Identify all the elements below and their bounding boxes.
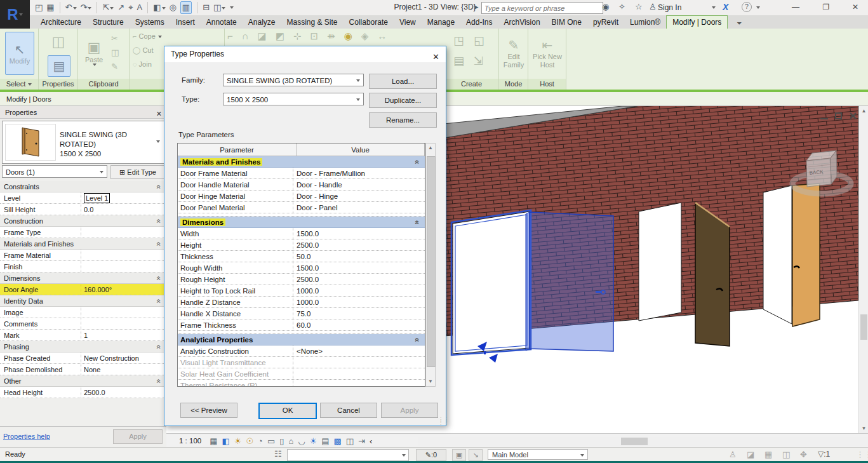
type-combo[interactable]: 1500 X 2500 — [223, 93, 364, 105]
select-panel-label[interactable]: Select — [0, 79, 38, 90]
scroll-down-icon[interactable]: ▼ — [859, 424, 868, 433]
temporary-hide-isolate-icon[interactable]: ◡ — [298, 436, 305, 446]
select-by-face-icon[interactable]: ◫ — [782, 450, 790, 459]
selected-door-panel[interactable] — [526, 212, 613, 351]
param-row-thickness[interactable]: Thickness50.0 — [178, 251, 425, 262]
scroll-up-icon[interactable]: ▲ — [426, 144, 435, 152]
param-row-analytic-construction[interactable]: Analytic Construction<None> — [178, 346, 425, 357]
rename-button[interactable]: Rename... — [369, 112, 437, 128]
align-icon[interactable]: ⊹ — [293, 30, 302, 42]
section-materials-finishes[interactable]: Materials and Finishes« — [178, 156, 425, 168]
tab-structure[interactable]: Structure — [87, 16, 130, 29]
property-row-sill-height[interactable]: Sill Height0.0 — [0, 204, 166, 215]
scroll-up-icon[interactable]: ▲ — [859, 106, 868, 116]
unlocked-view-icon[interactable]: ⌂ — [288, 436, 293, 446]
edit-family-button[interactable]: ✎ Edit Family — [500, 31, 527, 76]
communication-center-icon[interactable]: ✧ — [618, 2, 625, 11]
section-construction[interactable]: Construction« — [0, 215, 166, 227]
app-menu-button[interactable]: R — [0, 0, 30, 29]
exclude-options-icon[interactable]: ↘ — [469, 449, 483, 461]
tab-lumion[interactable]: Lumion® — [624, 16, 666, 29]
paste-button[interactable]: ▣ Paste — [83, 32, 105, 73]
restore-button[interactable]: ❐ — [817, 1, 836, 13]
preview-button[interactable]: << Preview — [180, 403, 237, 418]
param-row-door-panel-material[interactable]: Door Panel MaterialDoor - Panel — [178, 202, 425, 213]
cope-button[interactable]: ⌐ Cope — [133, 32, 162, 40]
sign-in-button[interactable]: Sign In — [658, 3, 681, 12]
section-identity-data[interactable]: Identity Data« — [0, 295, 166, 307]
section-constraints[interactable]: Constraints« — [0, 181, 166, 192]
column-header-parameter[interactable]: Parameter — [178, 144, 297, 156]
copy-icon[interactable]: ◫ — [111, 48, 119, 57]
chevron-down-icon[interactable] — [156, 140, 160, 143]
rotate-icon[interactable]: ◩ — [276, 30, 284, 42]
door-opening-left[interactable] — [453, 211, 530, 354]
move-icon[interactable]: ⇻ — [327, 30, 335, 42]
tag-icon[interactable]: ⌖ — [128, 2, 133, 13]
section-icon[interactable]: ◎ — [170, 2, 177, 13]
search-input[interactable] — [481, 2, 603, 14]
ribbon-collapse-icon[interactable]: ⏷ — [731, 18, 747, 29]
tab-archvision[interactable]: ArchVision — [498, 16, 545, 29]
param-row-rough-width[interactable]: Rough Width1500.0 — [178, 262, 425, 274]
view-scale-button[interactable]: 1 : 100 — [179, 437, 201, 445]
default-3d-view-icon[interactable]: ◧ — [153, 2, 165, 13]
create-group-icon[interactable]: ◱ — [474, 34, 484, 48]
drag-on-selection-icon[interactable]: ✥ — [800, 450, 807, 459]
section-phasing[interactable]: Phasing« — [0, 341, 166, 352]
measure-between-icon[interactable]: ↔ — [377, 30, 387, 42]
param-row-handle-x-distance[interactable]: Handle X Distance75.0 — [178, 308, 425, 319]
cut-to-clipboard-icon[interactable]: ✂ — [111, 34, 118, 43]
array-icon[interactable]: ⊡ — [310, 30, 319, 42]
column-header-value[interactable]: Value — [297, 144, 425, 156]
match-properties-icon[interactable]: ✎ — [111, 62, 118, 71]
duplicate-button[interactable]: Duplicate... — [369, 93, 437, 108]
load-button[interactable]: Load... — [369, 74, 437, 89]
save-icon[interactable]: ▦ — [46, 2, 54, 13]
property-row-image[interactable]: Image — [0, 307, 166, 318]
param-row-solar-heat-gain[interactable]: Solar Heat Gain Coefficient — [178, 368, 425, 380]
ok-button[interactable]: OK — [258, 403, 317, 419]
customize-qat-icon[interactable] — [230, 6, 234, 9]
reveal-hidden-elements-icon[interactable]: ☀ — [310, 436, 317, 446]
property-row-level[interactable]: LevelLevel 1 — [0, 192, 166, 204]
analytical-model-icon[interactable]: ◫ — [346, 436, 354, 446]
param-row-width[interactable]: Width1500.0 — [178, 228, 425, 239]
apply-button[interactable]: Apply — [381, 403, 438, 418]
tab-analyze[interactable]: Analyze — [243, 16, 281, 29]
switch-windows-icon[interactable]: ◫ — [213, 2, 225, 13]
door-opening-right[interactable] — [763, 185, 792, 324]
detail-level-icon[interactable]: ▦ — [210, 436, 217, 446]
search-icon[interactable]: ◉ — [602, 2, 609, 11]
tab-bim-one[interactable]: BIM One — [546, 16, 587, 29]
highlight-displacement-icon[interactable]: ⇥ — [358, 436, 365, 446]
cut-button[interactable]: ◯ Cut — [133, 46, 154, 55]
door-opening-middle[interactable] — [639, 203, 681, 321]
text-icon[interactable]: A — [137, 2, 143, 13]
active-design-option-combo[interactable]: Main Model — [488, 449, 588, 460]
crop-view-icon[interactable]: ▭ — [267, 436, 275, 446]
tab-annotate[interactable]: Annotate — [201, 16, 243, 29]
open-icon[interactable]: ◰ — [35, 2, 43, 13]
modify-button[interactable]: ↖ Modify — [5, 32, 34, 75]
dimension-icon[interactable]: ⇱ — [102, 2, 114, 13]
family-combo[interactable]: SINGLE SWING (3D ROTATED) — [223, 74, 364, 86]
tab-modify-doors[interactable]: Modify | Doors — [666, 15, 728, 29]
help-icon[interactable]: ? — [742, 2, 752, 12]
param-row-height-top-lock-rail[interactable]: Height to Top Lock Rail1000.0 — [178, 285, 425, 297]
shadows-icon[interactable]: ☉ — [246, 436, 253, 446]
measure-icon[interactable]: ↗ — [117, 2, 124, 13]
select-underlay-icon[interactable]: ◪ — [747, 450, 754, 459]
scrollbar-thumb[interactable] — [427, 156, 436, 367]
scrollbar-thumb[interactable] — [860, 314, 867, 340]
redo-icon[interactable]: ↷ — [81, 2, 92, 13]
property-row-comments[interactable]: Comments — [0, 318, 166, 330]
door-brown[interactable] — [695, 203, 730, 346]
close-icon[interactable]: ✕ — [156, 107, 162, 120]
sun-path-icon[interactable]: ☀ — [234, 436, 242, 446]
visual-style-icon[interactable]: ◧ — [222, 436, 229, 446]
param-row-handle-z-distance[interactable]: Handle Z Distance1000.0 — [178, 297, 425, 308]
door-orange[interactable] — [792, 184, 820, 326]
cancel-button[interactable]: Cancel — [320, 403, 377, 418]
join-button[interactable]: ◌ Join — [133, 60, 152, 68]
